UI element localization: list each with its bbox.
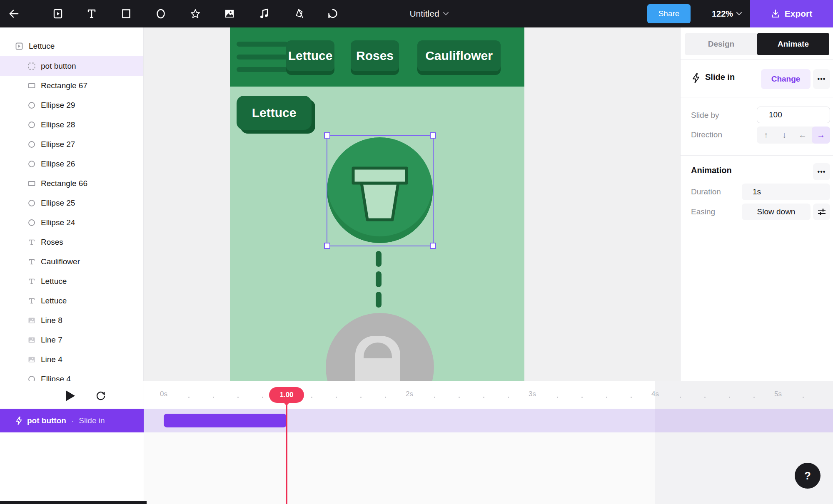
export-button[interactable]: Export bbox=[750, 0, 833, 27]
star-tool-icon[interactable] bbox=[190, 9, 200, 19]
help-button[interactable]: ? bbox=[795, 463, 821, 489]
layer-label: Rectangle 66 bbox=[41, 179, 87, 188]
layer-row-lettuce[interactable]: Lettuce bbox=[0, 271, 143, 291]
duration-field[interactable]: 1s bbox=[742, 184, 830, 200]
text-icon bbox=[27, 238, 36, 246]
locked-step-graphic bbox=[326, 313, 434, 381]
layer-row-ellipse-27[interactable]: Ellipse 27 bbox=[0, 134, 143, 154]
timeline-track bbox=[144, 409, 833, 432]
layer-row-pot-button[interactable]: pot button bbox=[0, 56, 143, 76]
image-icon bbox=[27, 355, 36, 364]
tab-animate[interactable]: Animate bbox=[757, 33, 829, 55]
playhead-line[interactable] bbox=[286, 398, 287, 504]
lock-icon bbox=[355, 336, 400, 381]
design-nav-button-lettuce: Lettuce bbox=[286, 40, 334, 71]
animation-section-title: Animation bbox=[691, 166, 732, 175]
horizontal-scrollbar[interactable] bbox=[0, 501, 147, 504]
layer-row-roses[interactable]: Roses bbox=[0, 232, 143, 252]
layer-row-ellipse-26[interactable]: Ellipse 26 bbox=[0, 154, 143, 174]
layer-label: Ellipse 28 bbox=[41, 120, 75, 129]
layer-row-ellipse-25[interactable]: Ellipse 25 bbox=[0, 193, 143, 213]
document-title[interactable]: Untitled bbox=[375, 0, 483, 27]
image-icon bbox=[27, 316, 36, 325]
share-button[interactable]: Share bbox=[647, 4, 691, 23]
direction-up-button[interactable]: ↑ bbox=[757, 127, 775, 144]
rectangle-icon bbox=[27, 179, 36, 188]
download-icon bbox=[771, 9, 780, 18]
track-label-row[interactable]: pot button · Slide in bbox=[0, 409, 144, 432]
layer-row-ellipse-29[interactable]: Ellipse 29 bbox=[0, 95, 143, 115]
change-effect-button[interactable]: Change bbox=[761, 69, 811, 89]
layer-row-line-7[interactable]: Line 7 bbox=[0, 330, 143, 350]
layer-row-cauliflower[interactable]: Cauliflower bbox=[0, 252, 143, 271]
dashed-connector bbox=[376, 292, 382, 308]
rectangle-tool-icon[interactable] bbox=[121, 9, 131, 19]
direction-button-group: ↑↓←→ bbox=[757, 127, 830, 144]
comment-tool-icon[interactable] bbox=[328, 9, 338, 19]
ruler-label-3s: 3s bbox=[529, 390, 536, 398]
direction-right-button[interactable]: → bbox=[812, 127, 830, 144]
ellipse-icon bbox=[27, 375, 36, 381]
direction-left-button[interactable]: ← bbox=[793, 127, 812, 144]
frame-icon bbox=[15, 42, 23, 50]
layer-row-lettuce[interactable]: Lettuce bbox=[0, 291, 143, 310]
effect-name: Slide in bbox=[705, 72, 735, 82]
design-nav-button-cauliflower: Cauliflower bbox=[417, 40, 501, 71]
animation-clip-bar[interactable] bbox=[164, 414, 287, 427]
ellipse-icon bbox=[27, 160, 36, 168]
selection-box[interactable] bbox=[327, 135, 434, 246]
dashed-connector bbox=[376, 251, 382, 267]
layer-row-ellipse-24[interactable]: Ellipse 24 bbox=[0, 213, 143, 232]
duration-label: Duration bbox=[691, 187, 721, 196]
selection-handle[interactable] bbox=[324, 243, 330, 249]
selection-handle[interactable] bbox=[430, 243, 436, 249]
selection-icon bbox=[27, 62, 36, 70]
music-tool-icon[interactable] bbox=[259, 9, 269, 19]
text-tool-icon[interactable] bbox=[87, 9, 97, 19]
easing-field[interactable]: Slow down bbox=[742, 204, 811, 220]
layer-row-line-4[interactable]: Line 4 bbox=[0, 350, 143, 369]
layer-row-rectangle-67[interactable]: Rectangle 67 bbox=[0, 76, 143, 95]
selection-handle[interactable] bbox=[324, 132, 330, 139]
layer-label: Lettuce bbox=[41, 277, 67, 286]
layer-row-rectangle-66[interactable]: Rectangle 66 bbox=[0, 174, 143, 193]
text-icon bbox=[27, 277, 36, 286]
ellipse-icon bbox=[27, 101, 36, 109]
artboard-tool-icon[interactable] bbox=[53, 9, 63, 19]
back-arrow-icon[interactable] bbox=[9, 9, 19, 19]
layer-row-lettuce[interactable]: Lettuce bbox=[0, 36, 143, 56]
layer-label: Ellipse 4 bbox=[41, 375, 71, 381]
pen-tool-icon[interactable] bbox=[294, 9, 304, 19]
play-button[interactable] bbox=[66, 390, 75, 401]
layer-label: Ellipse 24 bbox=[41, 218, 75, 227]
easing-settings-button[interactable] bbox=[813, 204, 830, 220]
slide-by-input[interactable]: 100 bbox=[757, 107, 830, 123]
tab-design[interactable]: Design bbox=[685, 33, 757, 55]
selection-handle[interactable] bbox=[430, 132, 436, 139]
layer-row-line-8[interactable]: Line 8 bbox=[0, 310, 143, 330]
layer-label: Roses bbox=[41, 238, 63, 247]
design-nav-button-roses: Roses bbox=[351, 40, 399, 71]
playhead[interactable]: 1.00 bbox=[269, 387, 304, 403]
layer-row-ellipse-28[interactable]: Ellipse 28 bbox=[0, 115, 143, 134]
easing-label: Easing bbox=[691, 207, 715, 216]
ellipse-tool-icon[interactable] bbox=[156, 9, 166, 19]
animation-more-button[interactable]: ••• bbox=[813, 163, 830, 180]
direction-down-button[interactable]: ↓ bbox=[775, 127, 793, 144]
effect-more-button[interactable]: ••• bbox=[813, 69, 830, 89]
design-header-bar: LettuceRosesCauliflower bbox=[230, 27, 524, 87]
zoom-level-control[interactable]: 122% bbox=[704, 0, 750, 27]
design-lettuce-tab: Lettuce bbox=[237, 96, 312, 130]
loop-button[interactable] bbox=[95, 390, 107, 401]
slide-by-label: Slide by bbox=[691, 111, 719, 120]
canvas-frame[interactable]: LettuceRosesCauliflower Lettuce bbox=[230, 27, 524, 381]
ruler-label-4s: 4s bbox=[651, 390, 659, 398]
sliders-icon bbox=[818, 208, 826, 216]
lightning-bolt-icon bbox=[692, 73, 700, 83]
image-tool-icon[interactable] bbox=[224, 9, 234, 19]
layer-row-ellipse-4[interactable]: Ellipse 4 bbox=[0, 369, 143, 381]
top-toolbar: Untitled Share 122% Export bbox=[0, 0, 833, 27]
layer-label: Line 8 bbox=[41, 316, 62, 325]
document-title-text: Untitled bbox=[409, 9, 439, 19]
text-icon bbox=[27, 297, 36, 305]
